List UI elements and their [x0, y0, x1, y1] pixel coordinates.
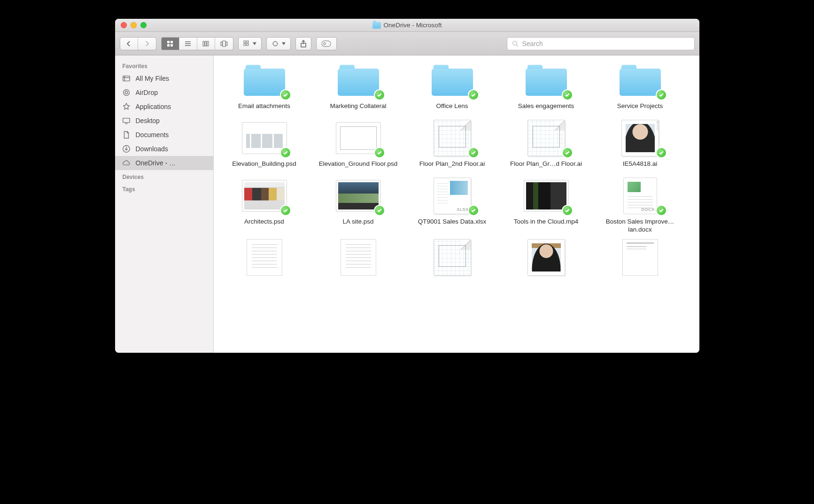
file-item[interactable]: Elevation_Building.psd — [217, 120, 311, 168]
sidebar-item-desktop[interactable]: Desktop — [115, 114, 213, 128]
sync-badge-icon — [562, 89, 573, 101]
nav-buttons — [120, 37, 156, 50]
sync-badge-icon — [656, 205, 667, 216]
item-name: QT9001 Sales Data.xlsx — [418, 218, 487, 226]
document-thumbnail — [341, 239, 376, 276]
svg-point-19 — [123, 90, 129, 96]
icon-view-button[interactable] — [162, 38, 179, 50]
item-name: Elevation_Building.psd — [232, 160, 296, 168]
sidebar-item-label: Desktop — [136, 117, 160, 124]
sync-badge-icon — [280, 89, 291, 101]
file-item[interactable]: LA site.psd — [311, 178, 405, 234]
toolbar: Search — [115, 32, 699, 55]
file-grid[interactable]: Email attachmentsMarketing CollateralOff… — [214, 55, 699, 353]
file-item[interactable]: Tools in the Cloud.mp4 — [499, 178, 593, 234]
sidebar-item-downloads[interactable]: Downloads — [115, 142, 213, 156]
sidebar-item-label: OneDrive - … — [136, 159, 176, 167]
thumbnail — [521, 62, 571, 99]
thumbnail — [240, 178, 289, 214]
sync-badge-icon — [562, 205, 573, 216]
svg-rect-21 — [123, 118, 129, 123]
folder-icon — [620, 65, 661, 96]
applications-icon — [122, 102, 131, 111]
share-button[interactable] — [295, 37, 311, 50]
thumbnail — [615, 120, 665, 156]
file-item[interactable] — [405, 243, 499, 275]
item-name: Architects.psd — [244, 218, 284, 226]
folder-icon — [338, 65, 379, 96]
sidebar-item-label: Documents — [136, 131, 169, 139]
item-name: Sales engagements — [518, 102, 574, 110]
sidebar-item-onedrive[interactable]: OneDrive - … — [115, 156, 213, 170]
forward-button[interactable] — [138, 38, 156, 50]
sync-badge-icon — [374, 205, 385, 216]
airdrop-icon — [122, 88, 131, 97]
sync-badge-icon — [562, 147, 573, 158]
column-view-button[interactable] — [197, 38, 215, 50]
folder-item[interactable]: Office Lens — [405, 62, 499, 110]
sidebar-item-all-my-files[interactable]: All My Files — [115, 71, 213, 85]
sidebar-item-airdrop[interactable]: AirDrop — [115, 85, 213, 100]
sidebar-item-label: AirDrop — [136, 89, 158, 96]
folder-item[interactable]: Email attachments — [217, 62, 311, 110]
tags-button[interactable] — [316, 37, 337, 50]
document-thumbnail — [434, 120, 471, 156]
svg-rect-1 — [171, 41, 173, 43]
svg-point-17 — [512, 41, 516, 45]
file-item[interactable]: DOCXBoston Sales Improve…lan.docx — [593, 178, 687, 234]
close-window-button[interactable] — [121, 22, 127, 28]
file-item[interactable] — [217, 243, 311, 275]
svg-rect-4 — [203, 41, 204, 46]
file-item[interactable] — [311, 243, 405, 275]
list-view-button[interactable] — [179, 38, 197, 50]
file-item[interactable] — [499, 243, 593, 275]
arrange-menu[interactable] — [238, 37, 262, 50]
file-item[interactable]: Architects.psd — [217, 178, 311, 234]
folder-item[interactable]: Sales engagements — [499, 62, 593, 110]
action-menu[interactable] — [266, 37, 291, 50]
documents-icon — [122, 131, 131, 139]
image-thumbnail — [524, 180, 569, 212]
file-item[interactable]: Floor Plan_2nd Floor.ai — [405, 120, 499, 168]
view-mode-segment — [161, 37, 233, 50]
finder-window: OneDrive - Microsoft — [115, 19, 699, 353]
zoom-window-button[interactable] — [140, 22, 147, 28]
minimize-window-button[interactable] — [131, 22, 137, 28]
item-name: Marketing Collateral — [330, 102, 386, 110]
back-button[interactable] — [120, 38, 138, 50]
thumbnail: XLSX — [427, 178, 477, 214]
file-item[interactable]: Floor Plan_Gr…d Floor.ai — [499, 120, 593, 168]
item-name: Email attachments — [238, 102, 290, 110]
file-item[interactable]: IE5A4818.ai — [593, 120, 687, 168]
svg-rect-3 — [171, 44, 173, 47]
sync-badge-icon — [468, 147, 479, 158]
image-thumbnail — [336, 122, 381, 154]
svg-rect-13 — [247, 44, 248, 46]
document-thumbnail — [527, 239, 565, 276]
document-thumbnail: XLSX — [434, 178, 471, 214]
item-name: Office Lens — [436, 102, 468, 110]
svg-rect-8 — [223, 41, 225, 47]
sync-badge-icon — [656, 89, 667, 101]
gallery-view-button[interactable] — [215, 38, 233, 50]
image-thumbnail — [242, 180, 287, 212]
window-body: Favorites All My Files AirDrop Applicati… — [115, 55, 699, 353]
thumbnail — [333, 120, 383, 156]
desktop-icon — [122, 116, 131, 125]
item-name: Elevation_Ground Floor.psd — [319, 160, 397, 168]
image-thumbnail — [336, 180, 381, 212]
file-item[interactable]: XLSXQT9001 Sales Data.xlsx — [405, 178, 499, 234]
search-field[interactable]: Search — [507, 37, 695, 50]
document-thumbnail: DOCX — [623, 178, 657, 214]
folder-item[interactable]: Service Projects — [593, 62, 687, 110]
window-title: OneDrive - Microsoft — [115, 22, 699, 29]
sidebar-item-applications[interactable]: Applications — [115, 100, 213, 114]
document-thumbnail — [621, 120, 659, 156]
file-item[interactable] — [593, 243, 687, 275]
item-name: Service Projects — [617, 102, 663, 110]
sidebar-item-documents[interactable]: Documents — [115, 128, 213, 142]
folder-item[interactable]: Marketing Collateral — [311, 62, 405, 110]
thumbnail — [427, 120, 477, 156]
file-item[interactable]: Elevation_Ground Floor.psd — [311, 120, 405, 168]
item-name: IE5A4818.ai — [623, 160, 658, 168]
